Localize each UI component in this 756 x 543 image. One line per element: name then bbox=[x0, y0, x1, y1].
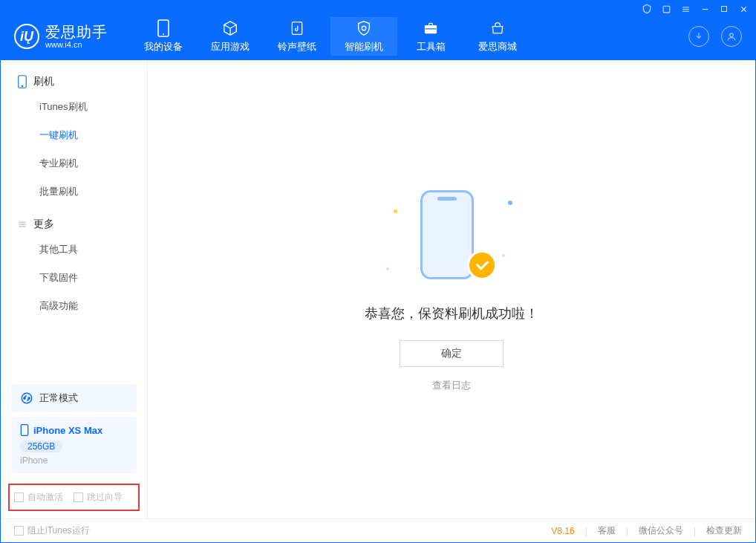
tab-label: 铃声壁纸 bbox=[278, 40, 316, 53]
svg-point-15 bbox=[22, 85, 23, 87]
content-area: 恭喜您，保资料刷机成功啦！ 确定 查看日志 bbox=[148, 60, 755, 518]
tab-store[interactable]: 爱思商城 bbox=[464, 17, 531, 56]
svg-rect-10 bbox=[292, 22, 302, 35]
device-subtitle: iPhone bbox=[20, 455, 128, 466]
device-icon bbox=[154, 19, 172, 37]
logo-icon: iŲ bbox=[14, 24, 39, 49]
device-info[interactable]: iPhone XS Max 256GB iPhone bbox=[11, 417, 137, 473]
status-bar: 阻止iTunes运行 V8.16 | 客服 | 微信公众号 | 检查更新 bbox=[1, 518, 755, 542]
menu-icon[interactable] bbox=[680, 3, 691, 15]
sparkle-icon bbox=[386, 267, 389, 270]
checkbox-auto-activate[interactable]: 自动激活 bbox=[14, 491, 63, 504]
svg-rect-5 bbox=[722, 7, 727, 12]
phone-icon bbox=[420, 190, 474, 279]
tab-label: 工具箱 bbox=[417, 40, 446, 53]
sidebar-item-other-tools[interactable]: 其他工具 bbox=[1, 235, 147, 264]
link-check-update[interactable]: 检查更新 bbox=[706, 524, 742, 537]
svg-point-20 bbox=[24, 397, 25, 399]
check-badge-icon bbox=[469, 253, 495, 278]
svg-point-9 bbox=[163, 33, 164, 35]
group-title: 刷机 bbox=[33, 75, 54, 88]
phone-icon bbox=[17, 75, 27, 88]
link-support[interactable]: 客服 bbox=[598, 524, 616, 537]
close-button[interactable] bbox=[737, 3, 749, 15]
success-message: 恭喜您，保资料刷机成功啦！ bbox=[365, 305, 538, 322]
sidebar-item-pro-flash[interactable]: 专业刷机 bbox=[1, 149, 147, 178]
svg-rect-11 bbox=[426, 26, 437, 33]
tab-toolbox[interactable]: 工具箱 bbox=[397, 17, 464, 56]
sidebar-item-batch-flash[interactable]: 批量刷机 bbox=[1, 178, 147, 206]
sidebar-group-flash: 刷机 bbox=[1, 71, 147, 93]
maximize-button[interactable] bbox=[718, 3, 730, 15]
checkbox-label: 阻止iTunes运行 bbox=[27, 524, 90, 537]
app-logo: iŲ 爱思助手 www.i4.cn bbox=[14, 24, 108, 49]
sidebar-item-download-firmware[interactable]: 下载固件 bbox=[1, 264, 147, 292]
mode-label: 正常模式 bbox=[39, 391, 78, 405]
phone-icon bbox=[20, 424, 29, 436]
menu-icon bbox=[17, 219, 27, 230]
titlebar bbox=[1, 1, 755, 17]
refresh-shield-icon bbox=[355, 19, 373, 37]
checkbox-block-itunes[interactable]: 阻止iTunes运行 bbox=[14, 524, 90, 537]
main-tabs: 我的设备 应用游戏 铃声壁纸 智能刷机 工具箱 爱思商城 bbox=[130, 17, 531, 56]
success-illustration bbox=[407, 187, 496, 284]
sparkle-icon bbox=[508, 201, 512, 205]
download-button[interactable] bbox=[688, 26, 709, 47]
sidebar-item-advanced[interactable]: 高级功能 bbox=[1, 292, 147, 320]
body: 刷机 iTunes刷机 一键刷机 专业刷机 批量刷机 更多 其他工具 下载固件 … bbox=[1, 60, 755, 518]
toolbox-icon bbox=[422, 19, 440, 37]
link-wechat[interactable]: 微信公众号 bbox=[639, 524, 683, 537]
music-icon bbox=[288, 19, 306, 37]
skin-icon[interactable] bbox=[660, 3, 672, 15]
store-icon bbox=[489, 19, 506, 37]
header-actions bbox=[688, 26, 742, 47]
sparkle-icon bbox=[502, 254, 505, 257]
header: iŲ 爱思助手 www.i4.cn 我的设备 应用游戏 铃声壁纸 智能刷机 bbox=[1, 17, 755, 60]
cube-icon bbox=[221, 19, 239, 37]
flash-options-highlight: 自动激活 跳过向导 bbox=[8, 484, 140, 511]
sidebar-item-itunes-flash[interactable]: iTunes刷机 bbox=[1, 93, 147, 121]
svg-point-21 bbox=[28, 397, 30, 399]
sync-icon bbox=[20, 391, 33, 405]
tab-ringtones-wallpapers[interactable]: 铃声壁纸 bbox=[264, 17, 330, 56]
tab-label: 智能刷机 bbox=[345, 40, 383, 53]
mode-indicator[interactable]: 正常模式 bbox=[11, 384, 137, 412]
app-name: 爱思助手 bbox=[45, 25, 108, 39]
user-button[interactable] bbox=[721, 26, 742, 47]
group-title: 更多 bbox=[33, 218, 54, 231]
tab-label: 爱思商城 bbox=[478, 40, 517, 53]
tab-label: 应用游戏 bbox=[211, 40, 250, 53]
tab-label: 我的设备 bbox=[144, 40, 183, 53]
checkbox-icon bbox=[14, 492, 24, 502]
checkbox-skip-guide[interactable]: 跳过向导 bbox=[74, 491, 123, 504]
sidebar-item-oneclick-flash[interactable]: 一键刷机 bbox=[1, 121, 147, 149]
version-label: V8.16 bbox=[551, 526, 574, 536]
tab-apps-games[interactable]: 应用游戏 bbox=[197, 17, 264, 56]
svg-rect-0 bbox=[663, 6, 670, 13]
device-capacity: 256GB bbox=[20, 440, 62, 452]
sparkle-icon bbox=[394, 209, 397, 213]
ok-button[interactable]: 确定 bbox=[400, 340, 504, 367]
checkbox-icon bbox=[14, 526, 24, 536]
app-window: iŲ 爱思助手 www.i4.cn 我的设备 应用游戏 铃声壁纸 智能刷机 bbox=[0, 0, 756, 543]
tab-smart-flash[interactable]: 智能刷机 bbox=[330, 17, 397, 56]
svg-rect-22 bbox=[21, 425, 27, 436]
tab-my-device[interactable]: 我的设备 bbox=[130, 17, 197, 56]
theme-icon[interactable] bbox=[641, 3, 653, 15]
sidebar: 刷机 iTunes刷机 一键刷机 专业刷机 批量刷机 更多 其他工具 下载固件 … bbox=[1, 60, 148, 518]
view-log-link[interactable]: 查看日志 bbox=[432, 379, 471, 392]
sidebar-group-more: 更多 bbox=[1, 213, 147, 235]
minimize-button[interactable] bbox=[699, 3, 711, 15]
app-url: www.i4.cn bbox=[45, 41, 108, 49]
svg-point-13 bbox=[730, 33, 734, 37]
checkbox-icon bbox=[74, 492, 83, 502]
device-name: iPhone XS Max bbox=[33, 425, 102, 436]
checkbox-label: 跳过向导 bbox=[87, 491, 123, 504]
checkbox-label: 自动激活 bbox=[27, 491, 63, 504]
